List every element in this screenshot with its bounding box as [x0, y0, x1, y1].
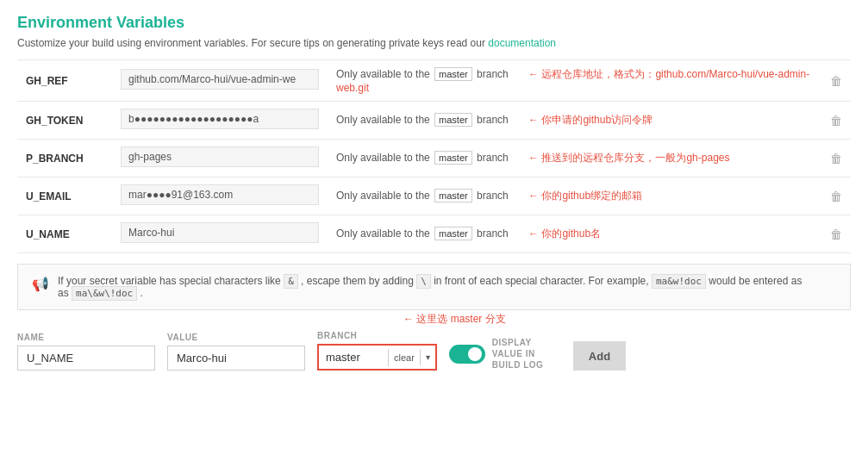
var-name-4: U_EMAIL [17, 178, 112, 215]
branch-input[interactable] [319, 346, 388, 369]
code-example-output: ma\&w\!doc [72, 286, 137, 301]
var-name-1: GH_REF [17, 60, 112, 102]
branch-dropdown-button[interactable]: ▾ [420, 349, 435, 365]
master-badge-2: master [434, 113, 472, 127]
info-icon: 📢 [32, 276, 49, 292]
var-value-1: github.com/Marco-hui/vue-admin-we [112, 60, 328, 102]
add-spacer-label [573, 328, 626, 338]
add-variable-form: NAME VALUE BRANCH ← 这里选 master 分支 clear … [17, 324, 851, 371]
var-branch-3: Only available to the master branch ← 推送… [328, 140, 821, 178]
info-text: If your secret variable has special char… [58, 275, 802, 299]
documentation-link[interactable]: documentation [488, 37, 556, 49]
page-title: Environment Variables [17, 14, 851, 32]
delete-btn-3[interactable]: 🗑 [821, 140, 851, 178]
table-row: P_BRANCH gh-pages Only available to the … [17, 140, 851, 178]
toggle-slider [449, 345, 485, 364]
var-value-5: Marco-hui [112, 215, 328, 253]
toggle-wrap: DISPLAY VALUE IN BUILD LOG [449, 337, 561, 371]
page-subtitle: Customize your build using environment v… [17, 37, 851, 49]
var-name-2: GH_TOKEN [17, 102, 112, 140]
var-value-3: gh-pages [112, 140, 328, 178]
table-row: U_EMAIL mar●●●●91@163.com Only available… [17, 178, 851, 215]
branch-annotation: ← 这里选 master 分支 [403, 312, 506, 327]
info-box: 📢 If your secret variable has special ch… [17, 264, 851, 310]
table-row: GH_TOKEN b●●●●●●●●●●●●●●●●●●●a Only avai… [17, 102, 851, 140]
master-badge-5: master [434, 227, 472, 240]
table-row: U_NAME Marco-hui Only available to the m… [17, 215, 851, 253]
var-branch-4: Only available to the master branch ← 你的… [328, 178, 821, 215]
delete-btn-4[interactable]: 🗑 [821, 178, 851, 215]
branch-group: BRANCH ← 这里选 master 分支 clear ▾ [317, 331, 437, 371]
name-group: NAME [17, 333, 155, 371]
display-value-toggle[interactable] [449, 345, 485, 364]
value-input[interactable] [167, 346, 305, 371]
name-input[interactable] [17, 346, 155, 371]
code-example-input: ma&w!doc [652, 274, 706, 289]
master-badge-1: master [434, 67, 472, 81]
var-branch-5: Only available to the master branch ← 你的… [328, 215, 821, 253]
master-badge-4: master [434, 189, 472, 202]
master-badge-3: master [434, 151, 472, 165]
branch-label: BRANCH [317, 331, 437, 340]
value-label: VALUE [167, 333, 305, 342]
var-name-3: P_BRANCH [17, 140, 112, 178]
var-name-5: U_NAME [17, 215, 112, 253]
table-row: GH_REF github.com/Marco-hui/vue-admin-we… [17, 60, 851, 102]
delete-btn-5[interactable]: 🗑 [821, 215, 851, 253]
var-branch-1: Only available to the master branch ← 远程… [328, 60, 821, 102]
add-group: Add [573, 328, 626, 371]
var-value-2: b●●●●●●●●●●●●●●●●●●●a [112, 102, 328, 140]
delete-btn-2[interactable]: 🗑 [821, 102, 851, 140]
code-backslash: \ [416, 274, 431, 289]
display-value-label: DISPLAY VALUE IN BUILD LOG [492, 337, 561, 371]
name-label: NAME [17, 333, 155, 342]
code-ampersand: & [284, 274, 298, 289]
add-button[interactable]: Add [573, 341, 626, 371]
value-group: VALUE [167, 333, 305, 371]
toggle-group: DISPLAY VALUE IN BUILD LOG [449, 324, 561, 371]
var-value-4: mar●●●●91@163.com [112, 178, 328, 215]
var-branch-2: Only available to the master branch ← 你申… [328, 102, 821, 140]
clear-button[interactable]: clear [388, 349, 420, 366]
branch-input-wrap: clear ▾ [317, 344, 437, 371]
delete-btn-1[interactable]: 🗑 [821, 60, 851, 102]
env-variables-table: GH_REF github.com/Marco-hui/vue-admin-we… [17, 59, 851, 253]
